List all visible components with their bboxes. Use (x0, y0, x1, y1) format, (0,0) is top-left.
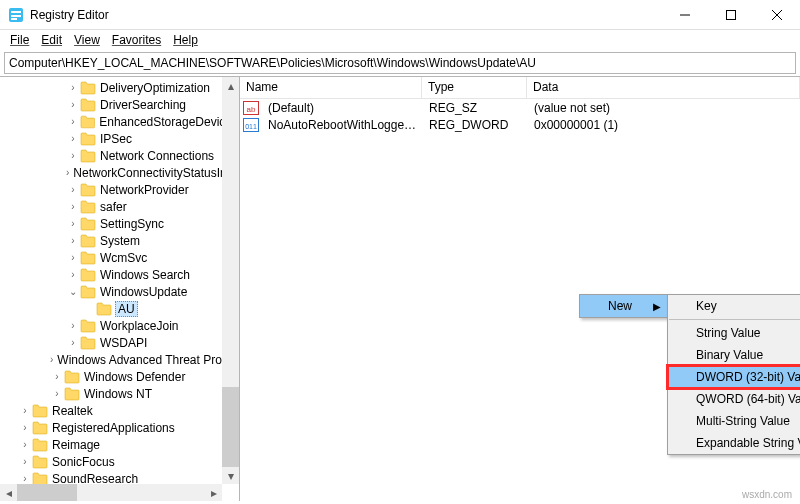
expand-chevron-icon[interactable]: › (50, 368, 64, 385)
tree-item[interactable]: ›NetworkConnectivityStatusIndicator (0, 164, 239, 181)
context-item-expandstring[interactable]: Expandable String Value (668, 432, 800, 454)
tree-item[interactable]: ›EnhancedStorageDevices (0, 113, 239, 130)
context-item-multistring[interactable]: Multi-String Value (668, 410, 800, 432)
expand-chevron-icon[interactable]: › (18, 402, 32, 419)
context-item-string[interactable]: String Value (668, 322, 800, 344)
tree-vertical-scrollbar[interactable]: ▴ ▾ (222, 77, 239, 484)
expand-chevron-icon[interactable]: › (66, 232, 80, 249)
tree-item[interactable]: ›safer (0, 198, 239, 215)
tree-item[interactable]: ›NetworkProvider (0, 181, 239, 198)
expand-chevron-icon[interactable]: › (66, 113, 80, 130)
context-item-new[interactable]: New ▶ (580, 295, 667, 317)
tree-item[interactable]: ›IPSec (0, 130, 239, 147)
cell-name: NoAutoRebootWithLoggedOnU... (262, 118, 423, 132)
tree-item[interactable]: ›SettingSync (0, 215, 239, 232)
menu-separator (669, 319, 800, 320)
expand-chevron-icon[interactable]: › (66, 249, 80, 266)
tree-item[interactable]: ›Windows NT (0, 385, 239, 402)
cell-type: REG_DWORD (423, 118, 528, 132)
scroll-right-arrow[interactable]: ▸ (205, 484, 222, 501)
expand-chevron-icon[interactable]: › (50, 385, 64, 402)
scroll-thumb[interactable] (222, 387, 239, 467)
tree-item[interactable]: ›WorkplaceJoin (0, 317, 239, 334)
svg-rect-3 (11, 18, 17, 20)
tree-item[interactable]: ›Windows Advanced Threat Protection (0, 351, 239, 368)
tree-item-label: Windows Advanced Threat Protection (56, 353, 240, 367)
tree-item[interactable]: ›RegisteredApplications (0, 419, 239, 436)
context-item-dword32[interactable]: DWORD (32-bit) Value (668, 366, 800, 388)
tree-horizontal-scrollbar[interactable]: ◂ ▸ (0, 484, 222, 501)
expand-chevron-icon[interactable]: › (66, 79, 80, 96)
scroll-track[interactable] (77, 484, 205, 501)
column-data[interactable]: Data (527, 77, 800, 98)
window-title: Registry Editor (30, 8, 662, 22)
tree-item-label: Windows NT (83, 387, 153, 401)
tree-item[interactable]: ⌄WindowsUpdate (0, 283, 239, 300)
address-bar[interactable]: Computer\HKEY_LOCAL_MACHINE\SOFTWARE\Pol… (4, 52, 796, 74)
list-header: Name Type Data (240, 77, 800, 99)
tree-item[interactable]: ›WcmSvc (0, 249, 239, 266)
tree-item[interactable]: ›WSDAPI (0, 334, 239, 351)
expand-chevron-icon[interactable]: › (18, 419, 32, 436)
tree-item[interactable]: ›DriverSearching (0, 96, 239, 113)
expand-chevron-icon[interactable]: › (66, 147, 80, 164)
expand-chevron-icon[interactable]: ⌄ (66, 283, 80, 300)
expand-chevron-icon[interactable]: › (18, 436, 32, 453)
expand-chevron-icon[interactable] (82, 300, 96, 317)
tree[interactable]: ›DeliveryOptimization›DriverSearching›En… (0, 77, 239, 501)
tree-item[interactable]: ›Realtek (0, 402, 239, 419)
cell-data: 0x00000001 (1) (528, 118, 800, 132)
scroll-left-arrow[interactable]: ◂ (0, 484, 17, 501)
expand-chevron-icon[interactable]: › (18, 453, 32, 470)
tree-item[interactable]: ›System (0, 232, 239, 249)
svg-rect-1 (11, 11, 21, 13)
expand-chevron-icon[interactable]: › (66, 130, 80, 147)
tree-item-label: WcmSvc (99, 251, 148, 265)
expand-chevron-icon[interactable]: › (66, 96, 80, 113)
column-type[interactable]: Type (422, 77, 527, 98)
expand-chevron-icon[interactable]: › (66, 266, 80, 283)
tree-item-label: Reimage (51, 438, 101, 452)
tree-item-label: IPSec (99, 132, 133, 146)
expand-chevron-icon[interactable]: › (66, 198, 80, 215)
menu-edit[interactable]: Edit (35, 31, 68, 49)
tree-item-label: NetworkConnectivityStatusIndicator (72, 166, 240, 180)
list-row[interactable]: 011NoAutoRebootWithLoggedOnU...REG_DWORD… (240, 116, 800, 133)
menu-favorites[interactable]: Favorites (106, 31, 167, 49)
column-name[interactable]: Name (240, 77, 422, 98)
tree-item-label: WorkplaceJoin (99, 319, 179, 333)
expand-chevron-icon[interactable]: › (66, 317, 80, 334)
tree-item[interactable]: ›SonicFocus (0, 453, 239, 470)
list-row[interactable]: ab(Default)REG_SZ(value not set) (240, 99, 800, 116)
menu-help[interactable]: Help (167, 31, 204, 49)
context-item-key[interactable]: Key (668, 295, 800, 317)
scroll-thumb[interactable] (17, 484, 77, 501)
titlebar: Registry Editor (0, 0, 800, 30)
tree-item-label: DriverSearching (99, 98, 187, 112)
tree-item[interactable]: ›Windows Search (0, 266, 239, 283)
tree-item-label: EnhancedStorageDevices (98, 115, 239, 129)
tree-item-label: WindowsUpdate (99, 285, 188, 299)
maximize-button[interactable] (708, 0, 754, 30)
scroll-track[interactable] (222, 94, 239, 267)
expand-chevron-icon[interactable]: › (66, 164, 69, 181)
scroll-up-arrow[interactable]: ▴ (222, 77, 239, 94)
expand-chevron-icon[interactable]: › (66, 334, 80, 351)
svg-rect-2 (11, 15, 21, 17)
expand-chevron-icon[interactable]: › (66, 215, 80, 232)
tree-item[interactable]: ›Windows Defender (0, 368, 239, 385)
tree-item[interactable]: ›Network Connections (0, 147, 239, 164)
workspace: ›DeliveryOptimization›DriverSearching›En… (0, 76, 800, 501)
context-item-qword64[interactable]: QWORD (64-bit) Value (668, 388, 800, 410)
tree-item[interactable]: AU (0, 300, 239, 317)
tree-item[interactable]: ›Reimage (0, 436, 239, 453)
minimize-button[interactable] (662, 0, 708, 30)
menu-view[interactable]: View (68, 31, 106, 49)
expand-chevron-icon[interactable]: › (66, 181, 80, 198)
expand-chevron-icon[interactable]: › (50, 351, 53, 368)
menu-file[interactable]: File (4, 31, 35, 49)
close-button[interactable] (754, 0, 800, 30)
context-item-binary[interactable]: Binary Value (668, 344, 800, 366)
tree-item[interactable]: ›DeliveryOptimization (0, 79, 239, 96)
scroll-down-arrow[interactable]: ▾ (222, 467, 239, 484)
